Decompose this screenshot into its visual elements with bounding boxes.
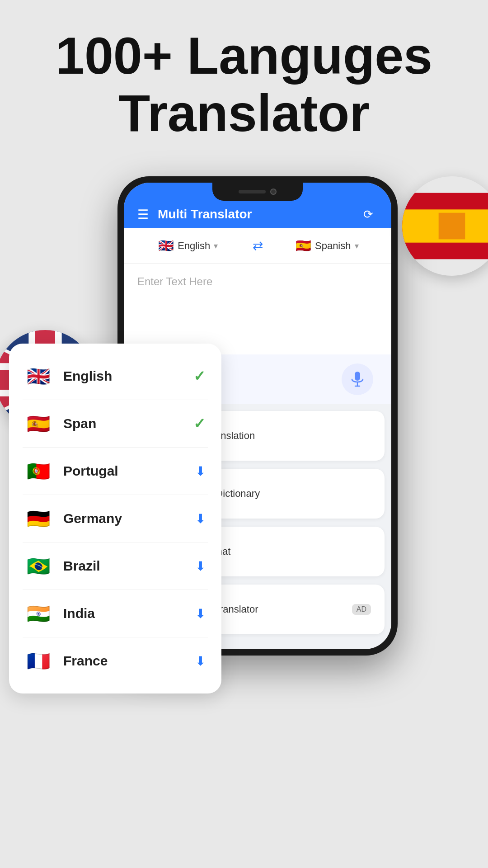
- spanish-label: Span: [63, 416, 182, 431]
- english-checkmark: ✓: [193, 368, 206, 385]
- speaker: [239, 190, 266, 193]
- portugal-label: Portugal: [63, 463, 184, 479]
- source-lang-chevron: ▾: [214, 241, 218, 251]
- english-label: English: [63, 368, 182, 384]
- target-language-button[interactable]: 🇪🇸 Spanish ▾: [272, 238, 383, 253]
- source-flag: 🇬🇧: [158, 238, 174, 253]
- brazil-flag: 🇧🇷: [25, 552, 52, 580]
- hero-title: 100+ Languges Translator: [0, 27, 488, 142]
- app-title: Multi Translator: [158, 207, 363, 222]
- text-placeholder: Enter Text Here: [137, 275, 212, 288]
- history-icon[interactable]: ⟳: [363, 208, 373, 222]
- phone-notch: [212, 183, 303, 201]
- english-flag: 🇬🇧: [25, 363, 52, 390]
- spanish-checkmark: ✓: [193, 415, 206, 432]
- target-flag: 🇪🇸: [296, 238, 311, 253]
- india-download-icon: ⬇: [195, 606, 206, 621]
- india-flag: 🇮🇳: [25, 600, 52, 627]
- portugal-download-icon: ⬇: [195, 464, 206, 479]
- lang-item-brazil[interactable]: 🇧🇷 Brazil ⬇: [9, 542, 221, 590]
- ad-badge: AD: [352, 604, 371, 615]
- lang-item-india[interactable]: 🇮🇳 India ⬇: [9, 590, 221, 637]
- lang-item-portugal[interactable]: 🇵🇹 Portugal ⬇: [9, 448, 221, 495]
- india-label: India: [63, 606, 184, 621]
- source-language-button[interactable]: 🇬🇧 English ▾: [133, 238, 244, 253]
- germany-label: Germany: [63, 511, 184, 526]
- swap-languages-button[interactable]: ⇄: [244, 238, 272, 253]
- france-download-icon: ⬇: [195, 654, 206, 669]
- target-lang-label: Spanish: [315, 240, 351, 252]
- spanish-flag: 🇪🇸: [25, 410, 52, 437]
- menu-icon[interactable]: ☰: [137, 207, 149, 222]
- germany-download-icon: ⬇: [195, 511, 206, 526]
- hero-title-line2: Translator: [18, 85, 470, 142]
- svg-rect-5: [355, 372, 360, 381]
- microphone-button[interactable]: [342, 363, 373, 395]
- front-camera: [270, 189, 277, 195]
- lang-item-english[interactable]: 🇬🇧 English ✓: [9, 353, 221, 400]
- brazil-download-icon: ⬇: [195, 559, 206, 574]
- text-input-area[interactable]: Enter Text Here: [124, 264, 391, 354]
- lang-item-germany[interactable]: 🇩🇪 Germany ⬇: [9, 495, 221, 542]
- france-flag: 🇫🇷: [25, 647, 52, 675]
- lang-item-spanish[interactable]: 🇪🇸 Span ✓: [9, 400, 221, 447]
- portugal-flag: 🇵🇹: [25, 458, 52, 485]
- lang-item-france[interactable]: 🇫🇷 France ⬇: [9, 637, 221, 684]
- source-lang-label: English: [178, 240, 210, 252]
- svg-rect-4: [439, 213, 465, 240]
- target-lang-chevron: ▾: [355, 241, 359, 251]
- germany-flag: 🇩🇪: [25, 505, 52, 532]
- hero-title-line1: 100+ Languges: [18, 27, 470, 85]
- language-list-panel: 🇬🇧 English ✓ 🇪🇸 Span ✓ 🇵🇹 Portugal ⬇ 🇩🇪 …: [9, 344, 221, 693]
- translator-bar: 🇬🇧 English ▾ ⇄ 🇪🇸 Spanish ▾: [124, 228, 391, 264]
- france-label: France: [63, 653, 184, 669]
- brazil-label: Brazil: [63, 558, 184, 574]
